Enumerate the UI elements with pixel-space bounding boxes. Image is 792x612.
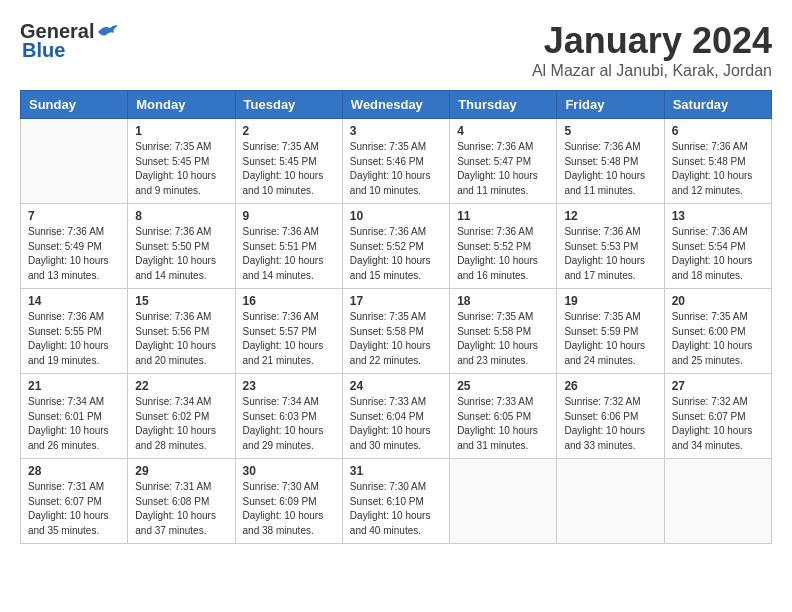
day-number: 1 bbox=[135, 124, 227, 138]
day-info: Sunrise: 7:35 AMSunset: 5:45 PMDaylight:… bbox=[243, 140, 335, 198]
logo: General Blue bbox=[20, 20, 118, 62]
day-info: Sunrise: 7:36 AMSunset: 5:54 PMDaylight:… bbox=[672, 225, 764, 283]
week-row-1: 1Sunrise: 7:35 AMSunset: 5:45 PMDaylight… bbox=[21, 119, 772, 204]
calendar-cell bbox=[664, 459, 771, 544]
calendar-cell: 3Sunrise: 7:35 AMSunset: 5:46 PMDaylight… bbox=[342, 119, 449, 204]
weekday-header-sunday: Sunday bbox=[21, 91, 128, 119]
week-row-3: 14Sunrise: 7:36 AMSunset: 5:55 PMDayligh… bbox=[21, 289, 772, 374]
calendar-cell: 7Sunrise: 7:36 AMSunset: 5:49 PMDaylight… bbox=[21, 204, 128, 289]
day-number: 9 bbox=[243, 209, 335, 223]
calendar-table: SundayMondayTuesdayWednesdayThursdayFrid… bbox=[20, 90, 772, 544]
day-info: Sunrise: 7:36 AMSunset: 5:48 PMDaylight:… bbox=[672, 140, 764, 198]
day-number: 10 bbox=[350, 209, 442, 223]
logo-bird-icon bbox=[96, 23, 118, 41]
day-number: 20 bbox=[672, 294, 764, 308]
day-info: Sunrise: 7:35 AMSunset: 5:46 PMDaylight:… bbox=[350, 140, 442, 198]
day-number: 4 bbox=[457, 124, 549, 138]
day-info: Sunrise: 7:32 AMSunset: 6:07 PMDaylight:… bbox=[672, 395, 764, 453]
calendar-cell: 2Sunrise: 7:35 AMSunset: 5:45 PMDaylight… bbox=[235, 119, 342, 204]
weekday-header-wednesday: Wednesday bbox=[342, 91, 449, 119]
day-number: 30 bbox=[243, 464, 335, 478]
calendar-cell: 16Sunrise: 7:36 AMSunset: 5:57 PMDayligh… bbox=[235, 289, 342, 374]
day-number: 13 bbox=[672, 209, 764, 223]
day-info: Sunrise: 7:30 AMSunset: 6:09 PMDaylight:… bbox=[243, 480, 335, 538]
calendar-cell: 8Sunrise: 7:36 AMSunset: 5:50 PMDaylight… bbox=[128, 204, 235, 289]
calendar-cell bbox=[21, 119, 128, 204]
day-number: 28 bbox=[28, 464, 120, 478]
day-info: Sunrise: 7:35 AMSunset: 5:59 PMDaylight:… bbox=[564, 310, 656, 368]
weekday-header-friday: Friday bbox=[557, 91, 664, 119]
calendar-cell: 18Sunrise: 7:35 AMSunset: 5:58 PMDayligh… bbox=[450, 289, 557, 374]
day-number: 26 bbox=[564, 379, 656, 393]
day-number: 24 bbox=[350, 379, 442, 393]
calendar-cell: 6Sunrise: 7:36 AMSunset: 5:48 PMDaylight… bbox=[664, 119, 771, 204]
week-row-5: 28Sunrise: 7:31 AMSunset: 6:07 PMDayligh… bbox=[21, 459, 772, 544]
calendar-cell: 1Sunrise: 7:35 AMSunset: 5:45 PMDaylight… bbox=[128, 119, 235, 204]
calendar-cell: 20Sunrise: 7:35 AMSunset: 6:00 PMDayligh… bbox=[664, 289, 771, 374]
day-number: 7 bbox=[28, 209, 120, 223]
day-info: Sunrise: 7:30 AMSunset: 6:10 PMDaylight:… bbox=[350, 480, 442, 538]
day-info: Sunrise: 7:36 AMSunset: 5:49 PMDaylight:… bbox=[28, 225, 120, 283]
day-info: Sunrise: 7:32 AMSunset: 6:06 PMDaylight:… bbox=[564, 395, 656, 453]
day-info: Sunrise: 7:36 AMSunset: 5:48 PMDaylight:… bbox=[564, 140, 656, 198]
day-number: 18 bbox=[457, 294, 549, 308]
day-number: 22 bbox=[135, 379, 227, 393]
day-number: 6 bbox=[672, 124, 764, 138]
calendar-cell: 21Sunrise: 7:34 AMSunset: 6:01 PMDayligh… bbox=[21, 374, 128, 459]
day-info: Sunrise: 7:35 AMSunset: 5:45 PMDaylight:… bbox=[135, 140, 227, 198]
week-row-4: 21Sunrise: 7:34 AMSunset: 6:01 PMDayligh… bbox=[21, 374, 772, 459]
calendar-cell: 11Sunrise: 7:36 AMSunset: 5:52 PMDayligh… bbox=[450, 204, 557, 289]
calendar-cell: 12Sunrise: 7:36 AMSunset: 5:53 PMDayligh… bbox=[557, 204, 664, 289]
day-number: 21 bbox=[28, 379, 120, 393]
calendar-cell: 25Sunrise: 7:33 AMSunset: 6:05 PMDayligh… bbox=[450, 374, 557, 459]
day-info: Sunrise: 7:34 AMSunset: 6:03 PMDaylight:… bbox=[243, 395, 335, 453]
weekday-header-tuesday: Tuesday bbox=[235, 91, 342, 119]
weekday-header-saturday: Saturday bbox=[664, 91, 771, 119]
calendar-cell: 24Sunrise: 7:33 AMSunset: 6:04 PMDayligh… bbox=[342, 374, 449, 459]
day-number: 2 bbox=[243, 124, 335, 138]
day-info: Sunrise: 7:31 AMSunset: 6:08 PMDaylight:… bbox=[135, 480, 227, 538]
page-header: General Blue January 2024 Al Mazar al Ja… bbox=[20, 20, 772, 80]
calendar-cell: 29Sunrise: 7:31 AMSunset: 6:08 PMDayligh… bbox=[128, 459, 235, 544]
month-title: January 2024 bbox=[532, 20, 772, 62]
day-info: Sunrise: 7:33 AMSunset: 6:05 PMDaylight:… bbox=[457, 395, 549, 453]
day-info: Sunrise: 7:36 AMSunset: 5:52 PMDaylight:… bbox=[350, 225, 442, 283]
day-number: 3 bbox=[350, 124, 442, 138]
day-number: 14 bbox=[28, 294, 120, 308]
day-info: Sunrise: 7:35 AMSunset: 6:00 PMDaylight:… bbox=[672, 310, 764, 368]
day-info: Sunrise: 7:36 AMSunset: 5:56 PMDaylight:… bbox=[135, 310, 227, 368]
weekday-header-row: SundayMondayTuesdayWednesdayThursdayFrid… bbox=[21, 91, 772, 119]
day-info: Sunrise: 7:36 AMSunset: 5:57 PMDaylight:… bbox=[243, 310, 335, 368]
day-number: 5 bbox=[564, 124, 656, 138]
calendar-cell: 23Sunrise: 7:34 AMSunset: 6:03 PMDayligh… bbox=[235, 374, 342, 459]
calendar-cell: 9Sunrise: 7:36 AMSunset: 5:51 PMDaylight… bbox=[235, 204, 342, 289]
calendar-cell: 26Sunrise: 7:32 AMSunset: 6:06 PMDayligh… bbox=[557, 374, 664, 459]
calendar-cell: 30Sunrise: 7:30 AMSunset: 6:09 PMDayligh… bbox=[235, 459, 342, 544]
day-info: Sunrise: 7:36 AMSunset: 5:51 PMDaylight:… bbox=[243, 225, 335, 283]
calendar-cell bbox=[557, 459, 664, 544]
day-number: 25 bbox=[457, 379, 549, 393]
calendar-cell bbox=[450, 459, 557, 544]
calendar-cell: 22Sunrise: 7:34 AMSunset: 6:02 PMDayligh… bbox=[128, 374, 235, 459]
day-number: 16 bbox=[243, 294, 335, 308]
day-number: 23 bbox=[243, 379, 335, 393]
day-info: Sunrise: 7:35 AMSunset: 5:58 PMDaylight:… bbox=[457, 310, 549, 368]
day-number: 19 bbox=[564, 294, 656, 308]
day-info: Sunrise: 7:36 AMSunset: 5:53 PMDaylight:… bbox=[564, 225, 656, 283]
day-info: Sunrise: 7:36 AMSunset: 5:47 PMDaylight:… bbox=[457, 140, 549, 198]
day-info: Sunrise: 7:34 AMSunset: 6:01 PMDaylight:… bbox=[28, 395, 120, 453]
day-info: Sunrise: 7:31 AMSunset: 6:07 PMDaylight:… bbox=[28, 480, 120, 538]
weekday-header-monday: Monday bbox=[128, 91, 235, 119]
calendar-cell: 5Sunrise: 7:36 AMSunset: 5:48 PMDaylight… bbox=[557, 119, 664, 204]
day-number: 31 bbox=[350, 464, 442, 478]
day-info: Sunrise: 7:35 AMSunset: 5:58 PMDaylight:… bbox=[350, 310, 442, 368]
day-number: 8 bbox=[135, 209, 227, 223]
calendar-cell: 28Sunrise: 7:31 AMSunset: 6:07 PMDayligh… bbox=[21, 459, 128, 544]
weekday-header-thursday: Thursday bbox=[450, 91, 557, 119]
day-info: Sunrise: 7:36 AMSunset: 5:50 PMDaylight:… bbox=[135, 225, 227, 283]
day-number: 29 bbox=[135, 464, 227, 478]
day-info: Sunrise: 7:36 AMSunset: 5:52 PMDaylight:… bbox=[457, 225, 549, 283]
day-number: 27 bbox=[672, 379, 764, 393]
calendar-cell: 15Sunrise: 7:36 AMSunset: 5:56 PMDayligh… bbox=[128, 289, 235, 374]
day-info: Sunrise: 7:33 AMSunset: 6:04 PMDaylight:… bbox=[350, 395, 442, 453]
